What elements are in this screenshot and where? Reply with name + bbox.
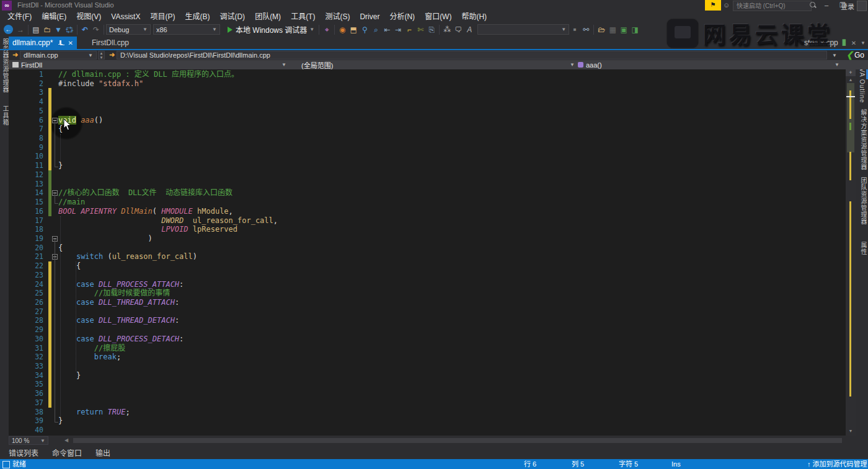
- tab-error-list[interactable]: 错误列表: [9, 447, 38, 458]
- code-line[interactable]: 40: [9, 426, 846, 435]
- code-line[interactable]: 6void aaa(): [9, 116, 846, 125]
- code-line[interactable]: 25 //加载时候要做的事情: [9, 289, 846, 298]
- refactor-icon[interactable]: ⁂: [441, 24, 453, 35]
- file-dropdown[interactable]: dllmain.cpp ▼: [20, 51, 97, 59]
- code-line[interactable]: 12: [9, 170, 846, 180]
- close-tab-icon[interactable]: ✕: [68, 40, 73, 46]
- project-scope-select[interactable]: FirstDll: [12, 60, 42, 69]
- code-line[interactable]: 31 //擦屁股: [9, 344, 846, 353]
- code-line[interactable]: 21 switch (ul_reason_for_call): [9, 252, 846, 261]
- code-line[interactable]: 24 case DLL_PROCESS_ATTACH:: [9, 280, 846, 289]
- code-line[interactable]: 26 case DLL_THREAD_ATTACH:: [9, 298, 846, 307]
- code-line[interactable]: 23: [9, 271, 846, 280]
- code-line[interactable]: 11}: [9, 161, 846, 170]
- menu-item[interactable]: 帮助(H): [456, 11, 492, 22]
- navigate-backward-code-icon[interactable]: ⇤: [381, 24, 392, 35]
- sign-in-link[interactable]: 登录: [841, 1, 854, 11]
- code-line[interactable]: 17 DWORD ul_reason_for_call,: [9, 216, 846, 226]
- code-line[interactable]: 28 case DLL_THREAD_DETACH:: [9, 316, 846, 325]
- menu-item[interactable]: 测试(S): [320, 11, 355, 22]
- code-editor[interactable]: 1// dllmain.cpp : 定义 DLL 应用程序的入口点。2#incl…: [9, 69, 846, 436]
- goto-symbol-icon[interactable]: ⚯: [580, 24, 591, 35]
- tab-va-outline[interactable]: VA Outline: [859, 68, 866, 103]
- code-line[interactable]: 10: [9, 152, 846, 161]
- chevron-down-icon[interactable]: ▼: [281, 62, 286, 68]
- new-file-icon[interactable]: ▤: [30, 24, 42, 35]
- scroll-left-icon[interactable]: ◀: [64, 437, 68, 443]
- tab-dllmain-cpp[interactable]: dllmain.cpp* ✕: [9, 37, 77, 49]
- code-line[interactable]: 16BOOL APIENTRY DllMain( HMODULE hModule…: [9, 207, 846, 216]
- save-icon[interactable]: ▼: [53, 24, 64, 35]
- split-window-grip[interactable]: +: [846, 69, 856, 76]
- tab-team-explorer[interactable]: 团队资源管理器: [859, 177, 868, 225]
- menu-item[interactable]: 文件(F): [2, 11, 37, 22]
- tab-list-dropdown-icon[interactable]: ▼: [861, 40, 866, 46]
- va-context-select[interactable]: ▼: [477, 24, 569, 35]
- code-line[interactable]: 37: [9, 398, 846, 408]
- symbol-select[interactable]: aaa(): [578, 60, 602, 69]
- navigate-forward-icon[interactable]: →: [15, 24, 26, 35]
- code-line[interactable]: 35: [9, 380, 846, 389]
- tab-solution-explorer[interactable]: 解决方案资源管理器: [859, 109, 868, 170]
- menu-item[interactable]: 视图(V): [71, 11, 106, 22]
- file-path-box[interactable]: D:\Visual Studio\repos\FirstDll\FirstDll…: [117, 51, 827, 59]
- chevron-down-icon[interactable]: ▼: [835, 62, 839, 68]
- menu-item[interactable]: 团队(M): [250, 11, 286, 22]
- code-line[interactable]: 2#include "stdafx.h": [9, 79, 846, 89]
- solution-platform-select[interactable]: x86▼: [153, 24, 220, 35]
- keep-open-icon[interactable]: ▊: [843, 40, 847, 46]
- find-symbol-icon[interactable]: ⚲: [359, 24, 370, 35]
- navigate-forward-code-icon[interactable]: ⇥: [392, 24, 404, 35]
- quick-launch-input[interactable]: 快速启动 (Ctrl+Q): [733, 1, 812, 11]
- feedback-icon[interactable]: ☺: [723, 1, 730, 9]
- menu-item[interactable]: 项目(P): [145, 11, 180, 22]
- code-line[interactable]: 22 {: [9, 261, 846, 271]
- code-line[interactable]: 20{: [9, 243, 846, 253]
- code-line[interactable]: 19 ): [9, 234, 846, 243]
- notifications-flag-icon[interactable]: ⚑: [705, 0, 721, 11]
- code-line[interactable]: 18 LPVOID lpReserved: [9, 225, 846, 234]
- menu-item[interactable]: 生成(B): [180, 11, 215, 22]
- start-debugging-button[interactable]: 本地 Windows 调试器 ▼: [225, 24, 317, 35]
- menu-item[interactable]: 窗口(W): [420, 11, 456, 22]
- tab-properties[interactable]: 属性: [859, 242, 868, 255]
- open-containing-folder-icon[interactable]: 🗁: [596, 24, 607, 35]
- open-folder-icon[interactable]: 🗀: [42, 24, 53, 35]
- code-line[interactable]: 14//核心的入口函数 DLL文件 动态链接库入口函数: [9, 188, 846, 198]
- code-line[interactable]: 5: [9, 107, 846, 116]
- save-all-icon[interactable]: ⮔: [64, 24, 75, 35]
- solution-configuration-select[interactable]: Debug▼: [106, 24, 151, 35]
- menu-item[interactable]: Driver: [355, 11, 384, 22]
- quick-find-icon[interactable]: ⌕: [370, 24, 381, 35]
- chevron-down-icon[interactable]: ▼: [570, 62, 575, 68]
- run-code-analysis-icon[interactable]: ◨: [629, 24, 640, 35]
- comment-bubble-icon[interactable]: 🗨: [453, 24, 464, 35]
- uncomment-selection-icon[interactable]: ✄: [415, 24, 426, 35]
- italic-a-icon[interactable]: A: [464, 24, 475, 35]
- code-line[interactable]: 15//main: [9, 198, 846, 207]
- code-line[interactable]: 3: [9, 88, 846, 97]
- pin-icon[interactable]: [58, 40, 63, 46]
- navigate-back-icon[interactable]: ←: [4, 25, 13, 34]
- avatar[interactable]: [857, 1, 867, 11]
- undo-icon[interactable]: ↶: [79, 24, 91, 35]
- tab-output[interactable]: 输出: [95, 447, 110, 458]
- code-line[interactable]: 33: [9, 362, 846, 371]
- code-line[interactable]: 29: [9, 325, 846, 335]
- code-line[interactable]: 32 break;: [9, 353, 846, 362]
- code-line[interactable]: 9: [9, 143, 846, 152]
- menu-item[interactable]: 编辑(E): [37, 11, 71, 22]
- chevron-down-icon[interactable]: ▼: [832, 53, 837, 58]
- breakpoint-icon[interactable]: ◉: [337, 24, 348, 35]
- add-to-source-control-button[interactable]: ↑ 添加到源代码管理 ▲: [807, 460, 868, 469]
- horizontal-scrollbar-thumb[interactable]: [73, 438, 842, 443]
- copy-icon[interactable]: ⎘: [426, 24, 437, 35]
- code-line[interactable]: 30 case DLL_PROCESS_DETACH:: [9, 335, 846, 344]
- menu-item[interactable]: VAssistX: [106, 11, 145, 22]
- tab-command-window[interactable]: 命令窗口: [52, 447, 82, 458]
- code-line[interactable]: 38 return TRUE;: [9, 408, 846, 417]
- minimize-button[interactable]: –: [820, 0, 833, 11]
- tab-stdafx-cpp[interactable]: stdafx.cpp ▊ ✕ ▼: [804, 37, 866, 49]
- redo-icon[interactable]: ↷: [91, 24, 102, 35]
- code-line[interactable]: 34 }: [9, 371, 846, 380]
